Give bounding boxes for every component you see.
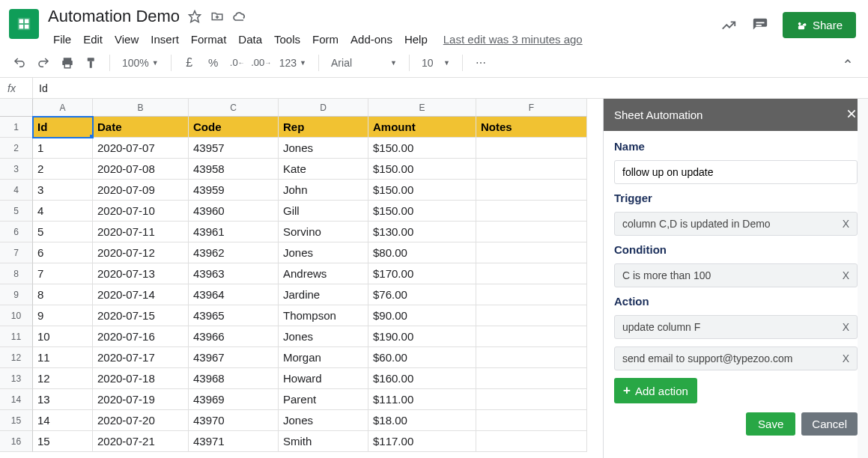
col-header-B[interactable]: B (93, 99, 189, 117)
cell-date[interactable]: 2020-07-13 (93, 263, 189, 284)
cell-rep[interactable]: Jones (279, 326, 368, 347)
decrease-decimal-icon[interactable]: .0← (227, 52, 248, 73)
cell-date[interactable]: 2020-07-20 (93, 410, 189, 431)
sheets-logo[interactable] (9, 9, 39, 39)
action-field-2[interactable]: send email to support@typezoo.com X (614, 346, 858, 370)
cell-code[interactable]: 43965 (189, 305, 279, 326)
cell-rep[interactable]: Howard (279, 368, 368, 389)
condition-field[interactable]: C is more than 100 X (614, 263, 858, 287)
cell-date[interactable]: 2020-07-18 (93, 368, 189, 389)
cell-notes[interactable] (476, 284, 587, 305)
cell-id[interactable]: 4 (33, 201, 93, 222)
cell-amount[interactable]: $60.00 (368, 347, 476, 368)
row-header-3[interactable]: 3 (0, 159, 33, 180)
number-format-select[interactable]: 123 ▼ (275, 55, 311, 70)
cell-code[interactable]: 43966 (189, 326, 279, 347)
cancel-button[interactable]: Cancel (801, 412, 858, 436)
menu-file[interactable]: File (48, 30, 76, 49)
menu-form[interactable]: Form (307, 30, 344, 49)
action1-remove-icon[interactable]: X (843, 321, 849, 333)
cell-notes[interactable] (476, 326, 587, 347)
cell-date[interactable]: 2020-07-21 (93, 431, 189, 452)
cell-notes[interactable] (476, 242, 587, 263)
cell-amount[interactable]: $150.00 (368, 138, 476, 159)
share-button[interactable]: Share (783, 12, 856, 38)
trigger-remove-icon[interactable]: X (843, 218, 849, 230)
cell-rep[interactable]: Kate (279, 159, 368, 180)
cell-notes[interactable] (476, 159, 587, 180)
trigger-field[interactable]: column C,D is updated in Demo X (614, 212, 858, 236)
spreadsheet-grid[interactable]: ABCDEF1IdDateCodeRepAmountNotes212020-07… (0, 99, 603, 452)
cell-rep[interactable]: Jones (279, 242, 368, 263)
header-cell[interactable]: Rep (279, 117, 368, 138)
cell-rep[interactable]: John (279, 180, 368, 201)
zoom-select[interactable]: 100% ▼ (118, 55, 163, 70)
cell-date[interactable]: 2020-07-07 (93, 138, 189, 159)
cell-code[interactable]: 43970 (189, 410, 279, 431)
cell-notes[interactable] (476, 138, 587, 159)
cell-id[interactable]: 14 (33, 410, 93, 431)
cell-amount[interactable]: $190.00 (368, 326, 476, 347)
menu-help[interactable]: Help (399, 30, 433, 49)
cell-amount[interactable]: $18.00 (368, 410, 476, 431)
paint-format-icon[interactable] (81, 52, 102, 73)
menu-add-ons[interactable]: Add-ons (345, 30, 398, 49)
cell-rep[interactable]: Morgan (279, 347, 368, 368)
cell-code[interactable]: 43960 (189, 201, 279, 222)
cell-id[interactable]: 15 (33, 431, 93, 452)
cell-rep[interactable]: Jones (279, 138, 368, 159)
increase-decimal-icon[interactable]: .00→ (251, 52, 272, 73)
cell-amount[interactable]: $160.00 (368, 368, 476, 389)
comments-icon[interactable] (751, 16, 769, 34)
cell-amount[interactable]: $130.00 (368, 222, 476, 242)
formula-value[interactable]: Id (33, 82, 868, 94)
cell-date[interactable]: 2020-07-11 (93, 222, 189, 242)
cell-id[interactable]: 10 (33, 326, 93, 347)
menu-format[interactable]: Format (186, 30, 232, 49)
cell-code[interactable]: 43957 (189, 138, 279, 159)
cell-rep[interactable]: Jones (279, 410, 368, 431)
cell-id[interactable]: 11 (33, 347, 93, 368)
menu-view[interactable]: View (109, 30, 144, 49)
col-header-C[interactable]: C (189, 99, 279, 117)
undo-icon[interactable] (9, 52, 30, 73)
automation-name-input[interactable] (614, 160, 858, 184)
cell-rep[interactable]: Gill (279, 201, 368, 222)
cell-amount[interactable]: $111.00 (368, 389, 476, 410)
select-all-corner[interactable] (0, 99, 33, 117)
last-edit-link[interactable]: Last edit was 3 minutes ago (443, 33, 583, 46)
col-header-F[interactable]: F (476, 99, 587, 117)
header-cell[interactable]: Notes (476, 117, 587, 138)
cell-id[interactable]: 13 (33, 389, 93, 410)
currency-pound-icon[interactable]: £ (179, 52, 200, 73)
cell-date[interactable]: 2020-07-08 (93, 159, 189, 180)
row-header-9[interactable]: 9 (0, 284, 33, 305)
cell-date[interactable]: 2020-07-19 (93, 389, 189, 410)
cell-date[interactable]: 2020-07-09 (93, 180, 189, 201)
cell-code[interactable]: 43963 (189, 263, 279, 284)
cell-id[interactable]: 1 (33, 138, 93, 159)
move-folder-icon[interactable] (210, 9, 225, 24)
cell-code[interactable]: 43961 (189, 222, 279, 242)
cell-date[interactable]: 2020-07-15 (93, 305, 189, 326)
cell-notes[interactable] (476, 305, 587, 326)
row-header-2[interactable]: 2 (0, 138, 33, 159)
cell-amount[interactable]: $90.00 (368, 305, 476, 326)
cell-code[interactable]: 43967 (189, 347, 279, 368)
vertical-scrollbar[interactable] (858, 99, 868, 458)
cell-notes[interactable] (476, 410, 587, 431)
cell-code[interactable]: 43971 (189, 431, 279, 452)
row-header-5[interactable]: 5 (0, 201, 33, 222)
add-action-button[interactable]: + Add action (614, 378, 697, 403)
close-icon[interactable] (846, 106, 858, 123)
row-header-12[interactable]: 12 (0, 347, 33, 368)
row-header-10[interactable]: 10 (0, 305, 33, 326)
cell-id[interactable]: 6 (33, 242, 93, 263)
cell-rep[interactable]: Jardine (279, 284, 368, 305)
row-header-11[interactable]: 11 (0, 326, 33, 347)
cell-id[interactable]: 8 (33, 284, 93, 305)
collapse-toolbar-icon[interactable] (837, 53, 859, 72)
cell-rep[interactable]: Sorvino (279, 222, 368, 242)
cell-amount[interactable]: $170.00 (368, 263, 476, 284)
star-icon[interactable] (187, 9, 202, 24)
